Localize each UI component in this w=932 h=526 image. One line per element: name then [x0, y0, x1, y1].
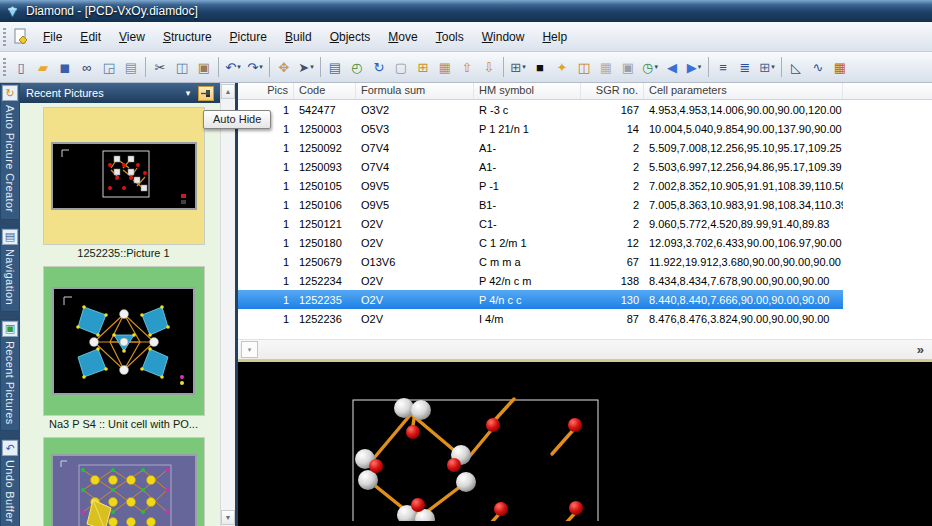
restore-picture-button[interactable]: ↻	[368, 55, 390, 79]
column-header-hm-symbol[interactable]: HM symbol	[474, 83, 581, 99]
menu-move[interactable]: Move	[379, 26, 426, 48]
open-button[interactable]: ▰	[32, 55, 54, 79]
dropdown-arrow-icon[interactable]: ▾	[698, 63, 702, 71]
table-row-1252234[interactable]: 11252234O2VP 42/n c m1388.434,8.434,7.67…	[238, 271, 843, 290]
picture-ghost-button[interactable]: ▦	[595, 55, 617, 79]
table-row-1250679[interactable]: 11250679O13V6C m m a6711.922,19.912,3.68…	[238, 252, 843, 271]
menu-objects[interactable]: Objects	[321, 26, 380, 48]
new-button[interactable]: ▯	[10, 55, 32, 79]
toolbar-overflow-chevron-icon[interactable]: »	[917, 342, 924, 357]
pane-dropdown-button[interactable]: ▾	[241, 341, 258, 358]
blank-document-button[interactable]: ▢	[390, 55, 412, 79]
table-row-1250092[interactable]: 11250092O7V4A1-25.509,7.008,12.256,95.10…	[238, 138, 843, 157]
cell-cell-parameters: 8.476,8.476,3.824,90.00,90.00,90.00	[644, 313, 843, 325]
recent-picture-card-1252235[interactable]	[43, 107, 205, 245]
column-header-cell-parameters[interactable]: Cell parameters	[644, 83, 843, 99]
table-row-1250121[interactable]: 11250121O2VC1-29.060,5.772,4.520,89.99,9…	[238, 214, 843, 233]
table-row-1250106[interactable]: 11250106O9V5B1-27.005,8.363,10.983,91.98…	[238, 195, 843, 214]
panel-menu-chevron-icon[interactable]: ▾	[180, 86, 196, 101]
structure-3d-view[interactable]	[238, 362, 932, 526]
panel-header[interactable]: Recent Pictures ▾ ×	[20, 83, 235, 103]
table-row-1250093[interactable]: 11250093O7V4A1-25.503,6.997,12.256,94.86…	[238, 157, 843, 176]
tab-recent-pictures[interactable]: ▣Recent Pictures	[0, 319, 20, 432]
table-data-button[interactable]: ▦	[434, 55, 456, 79]
table-header-row[interactable]: PicsCodeFormula sumHM symbolSGR no.Cell …	[238, 83, 932, 100]
column-header-code[interactable]: Code	[294, 83, 356, 99]
paste-button[interactable]: ▣	[193, 55, 215, 79]
tab-label: Recent Pictures	[4, 341, 16, 425]
table-view-button[interactable]: ⊞▾	[756, 55, 778, 79]
export-sheet-button[interactable]: ⇩	[478, 55, 500, 79]
list-view-button[interactable]: ≡	[712, 55, 734, 79]
print-button[interactable]: ▤	[120, 55, 142, 79]
table-row-1250105[interactable]: 11250105O9V5P -127.002,8.352,10.905,91.9…	[238, 176, 843, 195]
table-new-button[interactable]: ⊞	[412, 55, 434, 79]
history-pane-button[interactable]: ◴	[346, 55, 368, 79]
distances-plot-button[interactable]: ◺	[785, 55, 807, 79]
properties-view-button[interactable]: ≣	[734, 55, 756, 79]
cell-code: 1250121	[294, 218, 356, 230]
dropdown-arrow-icon[interactable]: ▾	[259, 63, 263, 71]
data-brief-button[interactable]: ▤	[324, 55, 346, 79]
previous-picture-button[interactable]: ◀	[661, 55, 683, 79]
menubar-grip[interactable]	[3, 28, 6, 46]
redo-button[interactable]: ↷▾	[244, 55, 266, 79]
select-button[interactable]: ➤▾	[295, 55, 317, 79]
dropdown-arrow-icon[interactable]: ▾	[771, 63, 775, 71]
table-row-1252236[interactable]: 11252236O2VI 4/m878.476,8.476,3.824,90.0…	[238, 309, 843, 328]
panel-scrollbar[interactable]: ▲ ▼	[220, 83, 235, 526]
menu-picture[interactable]: Picture	[221, 26, 276, 48]
table-row-1250003[interactable]: 11250003O5V3P 1 21/n 11410.004,5.040,9.8…	[238, 119, 843, 138]
tab-navigation[interactable]: ▤Navigation	[0, 227, 20, 312]
recent-picture-card-3[interactable]	[43, 437, 205, 526]
menu-build[interactable]: Build	[276, 26, 321, 48]
find-button[interactable]: ∞	[76, 55, 98, 79]
scroll-up-arrow-icon[interactable]: ▲	[221, 84, 235, 99]
menu-file[interactable]: File	[34, 26, 71, 48]
import-sheet-button[interactable]: ⇧	[456, 55, 478, 79]
column-header-pics[interactable]: Pics	[238, 83, 294, 99]
column-header-formula-sum[interactable]: Formula sum	[356, 83, 474, 99]
dropdown-arrow-icon[interactable]: ▾	[522, 63, 526, 71]
recent-picture-card-na3ps4[interactable]	[43, 266, 205, 416]
table-row-1252235[interactable]: 11252235O2VP 4/n c c1308.440,8.440,7.666…	[238, 290, 843, 309]
dropdown-arrow-icon[interactable]: ▾	[310, 63, 314, 71]
menu-window[interactable]: Window	[473, 26, 534, 48]
picture-lock-button[interactable]: ▣	[617, 55, 639, 79]
picture-copy-button[interactable]: ◫	[573, 55, 595, 79]
scroll-down-arrow-icon[interactable]: ▼	[221, 510, 235, 525]
picture-active-button[interactable]: ■	[529, 55, 551, 79]
print-preview-button[interactable]: ◲	[98, 55, 120, 79]
panel-title: Recent Pictures	[26, 87, 178, 99]
save-button[interactable]: ◼	[54, 55, 76, 79]
menu-view[interactable]: View	[110, 26, 154, 48]
dropdown-arrow-icon[interactable]: ▾	[237, 63, 241, 71]
toolbar-grip[interactable]	[3, 58, 6, 76]
distances-plot-icon: ◺	[791, 61, 801, 74]
tab-auto-picture-creator[interactable]: ↻Auto Picture Creator	[0, 83, 20, 220]
picture-history-button[interactable]: ◷▾	[639, 55, 661, 79]
copy-button[interactable]: ◫	[171, 55, 193, 79]
table-row-542477[interactable]: 1542477O3V2R -3 c1674.953,4.953,14.006,9…	[238, 100, 843, 119]
menu-tools[interactable]: Tools	[427, 26, 473, 48]
menu-structure[interactable]: Structure	[154, 26, 221, 48]
title-bar[interactable]: Diamond - [PCD-VxOy.diamdoc]	[0, 0, 932, 22]
grid-layout-button[interactable]: ⊞▾	[507, 55, 529, 79]
cell-pics: 1	[238, 313, 294, 325]
cell-pics: 1	[238, 256, 294, 268]
data-sheet-button[interactable]: ▦	[829, 55, 851, 79]
picture-new-button[interactable]: ✦	[551, 55, 573, 79]
auto-hide-pin-icon[interactable]	[198, 86, 214, 101]
dropdown-arrow-icon[interactable]: ▾	[654, 63, 658, 71]
pan-button[interactable]: ✥	[273, 55, 295, 79]
undo-button[interactable]: ↶▾	[222, 55, 244, 79]
new-diamond-document-icon[interactable]	[12, 28, 30, 46]
table-row-1250180[interactable]: 11250180O2VC 1 2/m 11212.093,3.702,6.433…	[238, 233, 843, 252]
powder-pattern-button[interactable]: ∿	[807, 55, 829, 79]
next-picture-button[interactable]: ▶▾	[683, 55, 705, 79]
cut-button[interactable]: ✂	[149, 55, 171, 79]
column-header-sgr-no-[interactable]: SGR no.	[581, 83, 644, 99]
tab-undo-buffer[interactable]: ↶Undo Buffer	[0, 438, 20, 526]
menu-help[interactable]: Help	[533, 26, 576, 48]
menu-edit[interactable]: Edit	[71, 26, 110, 48]
